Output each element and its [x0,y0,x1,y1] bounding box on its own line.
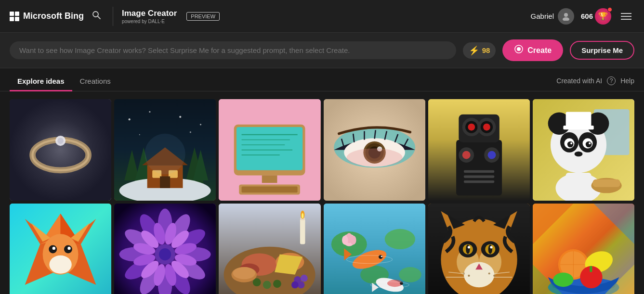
svg-point-24 [149,111,150,113]
svg-point-132 [159,248,171,260]
image-cell-fish[interactable] [324,204,425,294]
user-name: Gabriel [531,12,554,20]
svg-point-190 [468,275,470,277]
image-cell-panda[interactable] [533,99,634,201]
svg-point-159 [342,236,348,245]
svg-point-208 [553,273,573,287]
svg-point-186 [467,246,470,248]
svg-rect-148 [300,219,305,244]
svg-point-81 [586,141,592,148]
svg-point-80 [567,141,574,148]
svg-point-60 [468,124,475,131]
svg-point-67 [487,151,496,159]
windows-icon [10,12,19,21]
tabs-right: Created with AI ? Help [556,77,634,85]
svg-rect-85 [565,112,591,127]
image-cell-tiger[interactable] [428,204,530,294]
svg-point-10 [57,138,64,144]
svg-point-143 [233,267,255,279]
image-cell-computer[interactable] [219,99,320,201]
svg-point-25 [179,116,181,118]
image-flower [114,204,216,294]
image-eye [324,99,425,201]
svg-rect-39 [242,187,298,193]
image-fox [10,204,111,294]
svg-line-1 [98,16,100,19]
svg-point-147 [291,281,299,289]
image-cell-cabin[interactable] [114,99,216,201]
create-label: Create [527,46,552,55]
svg-rect-21 [160,176,170,188]
svg-rect-37 [262,175,277,183]
svg-point-156 [399,267,421,282]
tab-creations[interactable]: Creations [72,70,118,91]
svg-point-2 [564,13,568,17]
rewards-block[interactable]: 606 🏆 [581,8,611,25]
svg-rect-6 [10,99,111,201]
prompt-input-wrap[interactable] [10,41,456,59]
svg-point-63 [483,124,490,131]
image-grid [0,91,644,294]
image-cell-ring[interactable] [10,99,111,201]
header-divider [113,7,113,26]
svg-rect-88 [565,173,591,191]
image-cell-fox[interactable] [10,204,111,294]
image-fruit [533,204,634,294]
tab-creations-label: Creations [80,77,111,85]
boost-badge: ⚡ 98 [463,42,496,59]
svg-point-141 [273,280,281,288]
user-block[interactable]: Gabriel [531,8,574,25]
svg-point-22 [145,134,185,174]
svg-point-187 [490,246,492,248]
tab-explore[interactable]: Explore ideas [10,70,72,91]
help-label[interactable]: Help [620,77,634,85]
rewards-count: 606 [581,12,593,20]
svg-point-84 [574,152,582,157]
svg-point-3 [563,17,569,21]
prompt-bar: ⚡ 98 Create Surprise Me [0,33,644,68]
image-cell-fruit[interactable] [533,204,634,294]
create-icon [514,44,524,56]
tabs-row: Explore ideas Creations Created with AI … [0,70,644,91]
svg-rect-207 [590,266,592,272]
image-cell-flower[interactable] [114,204,216,294]
prompt-input[interactable] [19,46,447,54]
svg-point-54 [346,148,402,166]
header: Microsoft Bing Image Creator powered by … [0,0,644,33]
svg-point-145 [301,275,308,282]
image-cell-robot[interactable] [428,99,530,201]
svg-rect-86 [563,126,593,129]
created-with-ai-label: Created with AI [556,77,602,85]
image-fish [324,204,425,294]
brand-sub: powered by DALL·E [122,19,177,24]
svg-point-151 [302,213,303,218]
svg-point-0 [93,12,98,17]
tab-explore-label: Explore ideas [17,77,65,85]
svg-point-154 [384,229,415,249]
svg-point-65 [462,151,470,159]
image-cabin [114,99,216,201]
svg-rect-70 [464,180,494,183]
preview-badge: PREVIEW [186,12,220,21]
image-cell-food[interactable] [219,204,320,294]
svg-point-23 [129,118,131,120]
svg-point-105 [49,256,71,274]
create-button[interactable]: Create [502,39,563,61]
hamburger-button[interactable] [618,10,634,23]
image-food [219,204,320,294]
search-button[interactable] [89,7,104,25]
image-cell-eye[interactable] [324,99,425,201]
bing-label: Microsoft Bing [23,11,84,21]
bing-logo: Microsoft Bing [10,11,84,21]
surprise-button[interactable]: Surprise Me [570,41,634,60]
svg-rect-68 [464,170,494,173]
svg-point-140 [263,281,271,289]
image-computer [219,99,320,201]
image-robot [428,99,530,201]
svg-point-82 [570,142,572,144]
header-left: Microsoft Bing Image Creator powered by … [10,7,220,26]
svg-point-28 [190,131,191,133]
svg-point-192 [493,275,495,277]
surprise-label: Surprise Me [581,46,623,54]
help-icon: ? [607,77,616,85]
